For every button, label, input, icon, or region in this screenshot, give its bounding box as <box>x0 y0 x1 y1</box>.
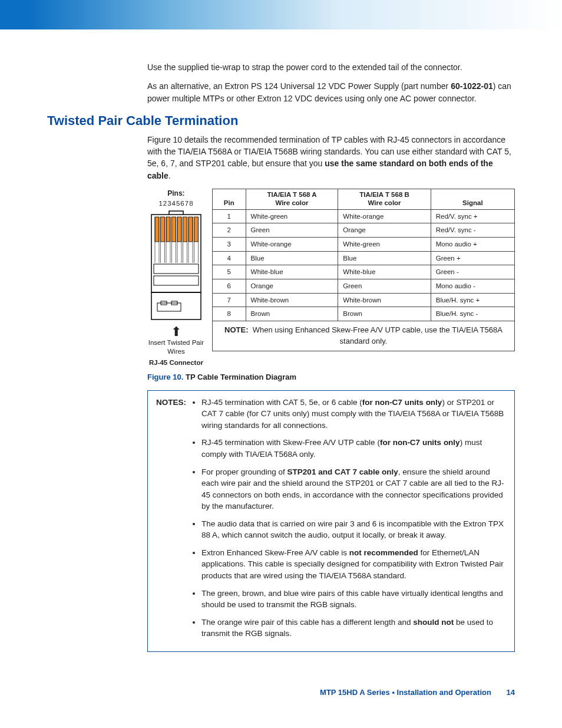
intro-p2a: As an alternative, an Extron PS 124 Univ… <box>147 81 451 91</box>
rj45-connector-label: RJ-45 Connector <box>147 358 205 367</box>
cell-568a: Orange <box>246 279 338 293</box>
cell-pin: 4 <box>212 251 246 265</box>
table-note: NOTE: When using Enhanced Skew-Free A/V … <box>212 321 514 351</box>
page-footer: MTP 15HD A Series • Installation and Ope… <box>0 687 515 699</box>
cell-pin: 3 <box>212 237 246 251</box>
cell-568b: White-brown <box>338 293 431 307</box>
cell-signal: Blue/H. sync - <box>431 307 514 321</box>
cell-568a: White-green <box>246 209 338 223</box>
list-item: RJ-45 termination with Skew-Free A/V UTP… <box>201 437 506 460</box>
svg-rect-26 <box>154 276 199 285</box>
table-row: 2GreenOrangeRed/V. sync - <box>212 223 514 238</box>
table-row: 3White-orangeWhite-greenMono audio + <box>212 237 514 251</box>
list-item: Extron Enhanced Skew-Free A/V cable is n… <box>201 547 506 582</box>
table-row: 4BlueBlueGreen + <box>212 251 514 265</box>
cell-pin: 2 <box>212 223 246 238</box>
col-568a: TIA/EIA T 568 AWire color <box>246 189 338 209</box>
cell-pin: 5 <box>212 265 246 279</box>
pinout-table-wrap: Pin TIA/EIA T 568 AWire color TIA/EIA T … <box>212 189 515 351</box>
table-row: 1White-greenWhite-orangeRed/V. sync + <box>212 209 514 223</box>
header-gradient <box>0 0 562 29</box>
cell-568b: White-orange <box>338 209 431 223</box>
notes-list: RJ-45 termination with CAT 5, 5e, or 6 c… <box>191 397 506 645</box>
list-item: The green, brown, and blue wire pairs of… <box>201 588 506 611</box>
section-intro-c: . <box>168 171 171 180</box>
insert-wires-label: Insert Twisted Pair Wires <box>147 338 205 356</box>
section-intro: Figure 10 details the recommended termin… <box>147 134 515 182</box>
page-number: 14 <box>507 688 515 697</box>
notes-box: NOTES: RJ-45 termination with CAT 5, 5e,… <box>147 390 515 652</box>
cell-pin: 8 <box>212 307 246 321</box>
cell-568b: Orange <box>338 223 431 238</box>
col-568b: TIA/EIA T 568 BWire color <box>338 189 431 209</box>
figure-caption-text: TP Cable Termination Diagram <box>183 373 296 381</box>
svg-rect-4 <box>171 217 176 242</box>
svg-rect-5 <box>177 217 181 242</box>
svg-rect-27 <box>151 292 201 319</box>
notes-label: NOTES: <box>156 397 186 409</box>
svg-rect-2 <box>160 217 164 242</box>
cell-signal: Mono audio + <box>431 237 514 251</box>
cell-pin: 7 <box>212 293 246 307</box>
cell-568b: White-green <box>338 237 431 251</box>
cell-568a: White-brown <box>246 293 338 307</box>
cell-568a: Blue <box>246 251 338 265</box>
cell-signal: Green + <box>431 251 514 265</box>
rj45-connector-icon <box>149 210 203 322</box>
table-row: 8BrownBrownBlue/H. sync - <box>212 307 514 321</box>
cell-signal: Mono audio - <box>431 279 514 293</box>
page-content: Use the supplied tie-wrap to strap the p… <box>0 61 562 652</box>
pins-label: Pins: <box>147 189 205 199</box>
list-item: For proper grounding of STP201 and CAT 7… <box>201 466 506 512</box>
intro-p2: As an alternative, an Extron PS 124 Univ… <box>147 80 515 104</box>
section-heading: Twisted Pair Cable Termination <box>47 111 515 130</box>
table-row: 7White-brownWhite-brownBlue/H. sync + <box>212 293 514 307</box>
part-number: 60-1022-01 <box>451 81 493 91</box>
svg-rect-1 <box>155 217 159 242</box>
cell-568a: White-blue <box>246 265 338 279</box>
figure-caption: Figure 10. TP Cable Termination Diagram <box>147 372 515 383</box>
intro-block: Use the supplied tie-wrap to strap the p… <box>147 61 515 104</box>
cell-568b: Blue <box>338 251 431 265</box>
cell-pin: 1 <box>212 209 246 223</box>
svg-rect-7 <box>189 217 193 242</box>
table-row: 6OrangeGreenMono audio - <box>212 279 514 293</box>
pins-digits: 12345678 <box>147 199 205 209</box>
col-signal: Signal <box>431 189 514 209</box>
svg-rect-3 <box>166 217 170 242</box>
svg-rect-6 <box>183 217 187 242</box>
cell-568b: Green <box>338 279 431 293</box>
cell-568a: Brown <box>246 307 338 321</box>
figure-10: Pins: 12345678 <box>147 189 515 383</box>
cell-568a: White-orange <box>246 237 338 251</box>
svg-rect-25 <box>154 264 199 274</box>
table-note-lead: NOTE: <box>224 325 248 334</box>
up-arrow-icon: ⬆ <box>147 325 205 338</box>
col-pin: Pin <box>212 189 246 209</box>
intro-p1: Use the supplied tie-wrap to strap the p… <box>147 61 515 73</box>
list-item: The audio data that is carried on wire p… <box>201 518 506 541</box>
cell-568a: Green <box>246 223 338 238</box>
rj45-diagram: Pins: 12345678 <box>147 189 205 367</box>
cell-signal: Green - <box>431 265 514 279</box>
pinout-table: Pin TIA/EIA T 568 AWire color TIA/EIA T … <box>212 189 515 351</box>
svg-rect-8 <box>194 217 198 242</box>
figure-caption-lead: Figure 10. <box>147 373 183 381</box>
list-item: The orange wire pair of this cable has a… <box>201 617 506 640</box>
footer-text: MTP 15HD A Series • Installation and Ope… <box>320 688 491 697</box>
cell-signal: Blue/H. sync + <box>431 293 514 307</box>
cell-signal: Red/V. sync - <box>431 223 514 238</box>
list-item: RJ-45 termination with CAT 5, 5e, or 6 c… <box>201 397 506 431</box>
cell-signal: Red/V. sync + <box>431 209 514 223</box>
cell-568b: White-blue <box>338 265 431 279</box>
table-note-text: When using Enhanced Skew-Free A/V UTP ca… <box>253 325 503 345</box>
cell-568b: Brown <box>338 307 431 321</box>
table-row: 5White-blueWhite-blueGreen - <box>212 265 514 279</box>
cell-pin: 6 <box>212 279 246 293</box>
